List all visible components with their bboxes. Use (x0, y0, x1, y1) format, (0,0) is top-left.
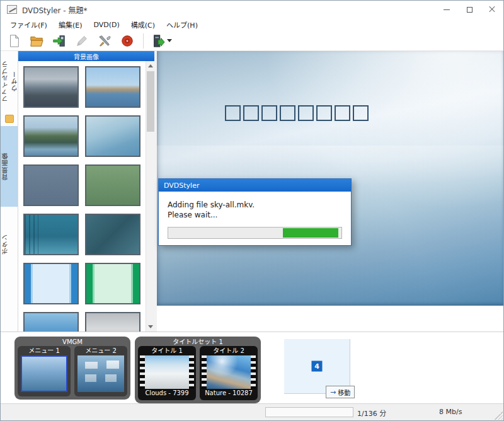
title2-label: タイトル 2 (202, 347, 256, 355)
menu-configuration[interactable]: 構成(C) (125, 18, 161, 31)
bitrate-status: 8 Mb/s (439, 408, 462, 416)
placeholder-square (280, 105, 295, 121)
titleset-browser: VMGM メニュー 1 メニュー 2 タイトルセット 1 タイトル 1 (1, 332, 503, 403)
close-button[interactable] (481, 1, 503, 18)
background-thumbnail-teal-striped[interactable] (23, 214, 79, 255)
resize-grip[interactable] (495, 412, 503, 420)
save-project-button[interactable] (51, 33, 67, 49)
placeholder-squares[interactable] (225, 105, 369, 121)
placeholder-square (335, 105, 350, 121)
open-folder-icon (30, 34, 43, 48)
background-thumbnails-grid (18, 61, 146, 332)
placeholder-square (225, 105, 241, 121)
move-tooltip-label: 移動 (338, 388, 350, 397)
duration-status: 1/136 分 (357, 408, 386, 418)
tab-file-browser[interactable]: ファイルブラウザー (1, 51, 18, 112)
menu-edit[interactable]: 編集(E) (53, 18, 88, 31)
progress-dialog: DVDStyler Adding file sky-all.mkv. Pleas… (158, 178, 352, 246)
background-thumbnail-dark-teal-texture[interactable] (85, 214, 140, 255)
title1-filmstrip (140, 355, 194, 389)
vmgm-group: VMGM メニュー 1 メニュー 2 (14, 337, 130, 400)
menu1-preview[interactable] (21, 355, 67, 392)
menu2-preview[interactable] (77, 355, 124, 392)
placeholder-square (261, 105, 277, 121)
filmstrip-perforation (189, 355, 194, 389)
vmgm-label: VMGM (18, 338, 127, 346)
backgrounds-panel-header: 背景画像 (18, 51, 154, 61)
toolbar-separator (143, 33, 144, 49)
status-bar: 1/136 分 8 Mb/s (1, 403, 503, 420)
title1-caption: Clouds - 7399 (140, 389, 194, 398)
title2-thumbnail[interactable]: タイトル 2 Nature - 10287 (200, 346, 258, 400)
edit-button-disabled (74, 33, 90, 49)
tools-icon (98, 34, 112, 48)
background-thumbnail-slate-blue[interactable] (23, 164, 79, 206)
folder-tab-icon[interactable] (5, 115, 14, 123)
placeholder-square (243, 105, 259, 121)
scroll-down-icon[interactable] (146, 322, 154, 332)
dialog-progress-bar (168, 227, 342, 239)
menu-file[interactable]: ファイル(F) (4, 18, 53, 31)
move-arrow-icon: → (330, 388, 336, 396)
background-thumbnail-muted-green[interactable] (85, 164, 140, 206)
scrollbar-thumb[interactable] (147, 71, 154, 132)
backgrounds-panel-body (18, 61, 154, 332)
save-icon (52, 34, 66, 48)
background-thumbnail-soft-blue-gradient[interactable] (85, 115, 140, 157)
background-thumbnail-coast-overcast-photo[interactable] (23, 66, 79, 108)
tab-backgrounds[interactable]: 背景画像 (1, 126, 18, 207)
dialog-title-bar[interactable]: DVDStyler (159, 179, 351, 192)
placeholder-square (353, 105, 369, 121)
maximize-button[interactable] (458, 1, 481, 18)
background-thumbnail-coast-blue-sky-photo[interactable] (85, 66, 140, 108)
record-button[interactable] (119, 33, 135, 49)
dialog-progress-fill (283, 228, 338, 238)
panel-scrollbar[interactable] (146, 61, 154, 332)
background-thumbnail-blue-frame[interactable] (23, 312, 79, 332)
menu-dvd[interactable]: DVD(D) (88, 20, 125, 30)
minimize-button[interactable] (435, 1, 458, 18)
title1-video-frame[interactable] (145, 355, 189, 389)
new-document-icon (7, 34, 21, 48)
scroll-up-icon[interactable] (146, 61, 154, 71)
titleset-label: タイトルセット 1 (138, 338, 258, 346)
background-thumbnail-blue-side-bars[interactable] (23, 263, 79, 304)
toolbar (1, 31, 503, 51)
burn-dropdown-caret[interactable] (167, 39, 172, 42)
background-thumbnail-river-landscape-photo[interactable] (23, 115, 79, 157)
title2-filmstrip (202, 355, 256, 389)
record-disc-icon (120, 34, 134, 48)
menu2-thumbnail[interactable]: メニュー 2 (74, 346, 127, 396)
menu1-label: メニュー 1 (19, 347, 69, 355)
title1-thumbnail[interactable]: タイトル 1 Clouds - 7399 (138, 346, 196, 400)
menu2-label: メニュー 2 (76, 347, 126, 355)
drag-move-tooltip: → 移動 (326, 386, 355, 398)
open-project-button[interactable] (28, 33, 45, 49)
background-thumbnail-green-side-bars[interactable] (85, 263, 140, 304)
placeholder-square (316, 105, 332, 121)
filmstrip-perforation (140, 355, 145, 389)
dvdstyler-window: DVDStyler - 無題* ファイル(F) 編集(E) DVD(D) 構成(… (0, 0, 504, 421)
burn-device-icon (151, 34, 165, 48)
tab-buttons[interactable]: ボタン (1, 216, 18, 274)
pencil-icon (75, 34, 89, 48)
burn-button[interactable] (151, 34, 172, 48)
filmstrip-perforation (251, 355, 256, 389)
settings-button[interactable] (96, 33, 113, 49)
background-thumbnail-silver-gradient[interactable] (85, 312, 140, 332)
title2-video-frame[interactable] (207, 355, 251, 389)
title2-caption: Nature - 10287 (202, 389, 256, 398)
menu-help[interactable]: ヘルプ(H) (161, 18, 203, 31)
dialog-message-line2: Please wait... (168, 210, 342, 220)
menu1-thumbnail[interactable]: メニュー 1 (18, 346, 71, 396)
title1-label: タイトル 1 (140, 347, 194, 355)
menu-bar: ファイル(F) 編集(E) DVD(D) 構成(C) ヘルプ(H) (1, 18, 503, 31)
app-icon (7, 5, 17, 14)
filmstrip-perforation (202, 355, 207, 389)
titleset-group: タイトルセット 1 タイトル 1 Clouds - 7399 タイトル 2 (135, 337, 261, 403)
sidebar-tabstrip: ファイルブラウザー 背景画像 ボタン (1, 51, 18, 332)
window-title: DVDStyler - 無題* (22, 4, 88, 15)
title-bar: DVDStyler - 無題* (1, 1, 503, 18)
drag-count-badge: 4 (312, 361, 323, 372)
new-project-button[interactable] (6, 33, 22, 49)
